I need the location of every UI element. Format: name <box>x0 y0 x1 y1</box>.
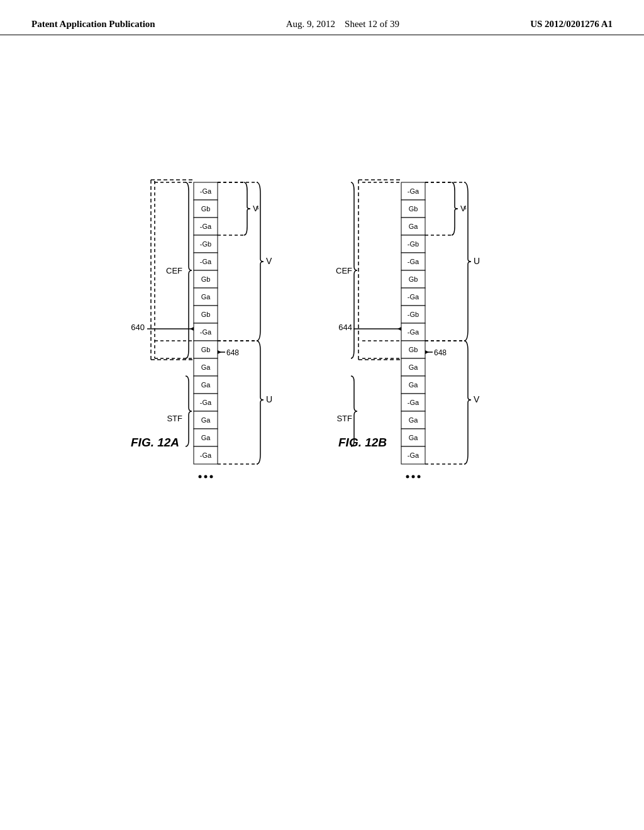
svg-point-95 <box>412 475 415 479</box>
svg-text:FIG. 12A: FIG. 12A <box>131 436 179 449</box>
publication-date: Aug. 9, 2012 <box>286 19 335 29</box>
svg-point-35 <box>199 475 202 479</box>
svg-text:Gb: Gb <box>409 205 418 213</box>
svg-text:-Ga: -Ga <box>200 399 212 406</box>
svg-text:-Ga: -Ga <box>408 328 419 336</box>
svg-text:-Ga: -Ga <box>408 399 419 406</box>
svg-text:-Gb: -Gb <box>408 240 419 248</box>
svg-text:648: 648 <box>434 348 447 357</box>
svg-text:V: V <box>266 256 272 266</box>
svg-text:U: U <box>266 394 272 404</box>
svg-text:Gb: Gb <box>201 205 211 213</box>
svg-point-96 <box>418 475 421 479</box>
svg-text:CEF: CEF <box>166 266 182 275</box>
svg-text:Ga: Ga <box>201 293 211 301</box>
svg-text:648: 648 <box>226 348 239 357</box>
svg-point-36 <box>204 475 208 479</box>
svg-text:-Gb: -Gb <box>200 240 211 248</box>
svg-marker-57 <box>190 327 194 331</box>
svg-text:CEF: CEF <box>336 266 352 275</box>
header-date-sheet: Aug. 9, 2012 Sheet 12 of 39 <box>286 19 399 30</box>
svg-text:-Ga: -Ga <box>200 187 212 195</box>
svg-marker-120 <box>425 350 429 354</box>
svg-text:Ga: Ga <box>409 381 419 389</box>
svg-text:-Ga: -Ga <box>200 223 212 230</box>
svg-text:U: U <box>474 256 480 266</box>
svg-text:644: 644 <box>338 323 352 332</box>
svg-text:STF: STF <box>336 414 352 423</box>
svg-text:Ga: Ga <box>201 381 211 389</box>
svg-text:-Gb: -Gb <box>408 311 419 318</box>
svg-text:-Ga: -Ga <box>408 258 419 265</box>
svg-point-94 <box>406 475 409 479</box>
svg-text:Gb: Gb <box>201 346 211 353</box>
patent-number: US 2012/0201276 A1 <box>530 19 613 30</box>
svg-text:Ga: Ga <box>201 434 211 441</box>
svg-text:Ga: Ga <box>409 434 419 441</box>
svg-text:-Ga: -Ga <box>200 451 212 459</box>
patent-diagram-svg: -Ga Gb -Ga -Gb -Ga Gb Ga Gb -Ga Gb Ga Ga <box>0 38 644 830</box>
page-header: Patent Application Publication Aug. 9, 2… <box>0 0 644 35</box>
svg-text:Gb: Gb <box>409 346 418 353</box>
svg-marker-60 <box>218 350 221 354</box>
svg-text:-Ga: -Ga <box>408 187 419 195</box>
svg-text:STF: STF <box>167 414 182 423</box>
svg-marker-117 <box>397 327 401 331</box>
svg-text:Ga: Ga <box>409 416 419 424</box>
svg-text:Ga: Ga <box>409 363 419 371</box>
svg-text:-Ga: -Ga <box>408 451 419 459</box>
svg-text:Ga: Ga <box>409 223 419 230</box>
svg-text:-Ga: -Ga <box>200 328 212 336</box>
svg-text:Gb: Gb <box>201 311 211 318</box>
diagram-area: -Ga Gb -Ga -Gb -Ga Gb Ga Gb -Ga Gb Ga Ga <box>0 38 644 830</box>
svg-text:V: V <box>474 394 480 404</box>
svg-text:Gb: Gb <box>201 275 211 283</box>
svg-text:640: 640 <box>131 323 145 332</box>
svg-text:-Ga: -Ga <box>200 258 212 265</box>
svg-text:s: s <box>256 204 259 211</box>
sheet-info: Sheet 12 of 39 <box>345 19 399 29</box>
svg-text:s: s <box>464 204 467 211</box>
svg-text:Gb: Gb <box>409 275 418 283</box>
svg-text:Ga: Ga <box>201 363 211 371</box>
svg-point-37 <box>210 475 213 479</box>
svg-text:FIG. 12B: FIG. 12B <box>338 436 387 449</box>
svg-text:-Ga: -Ga <box>408 293 419 301</box>
svg-text:Ga: Ga <box>201 416 211 424</box>
publication-title: Patent Application Publication <box>31 19 155 30</box>
